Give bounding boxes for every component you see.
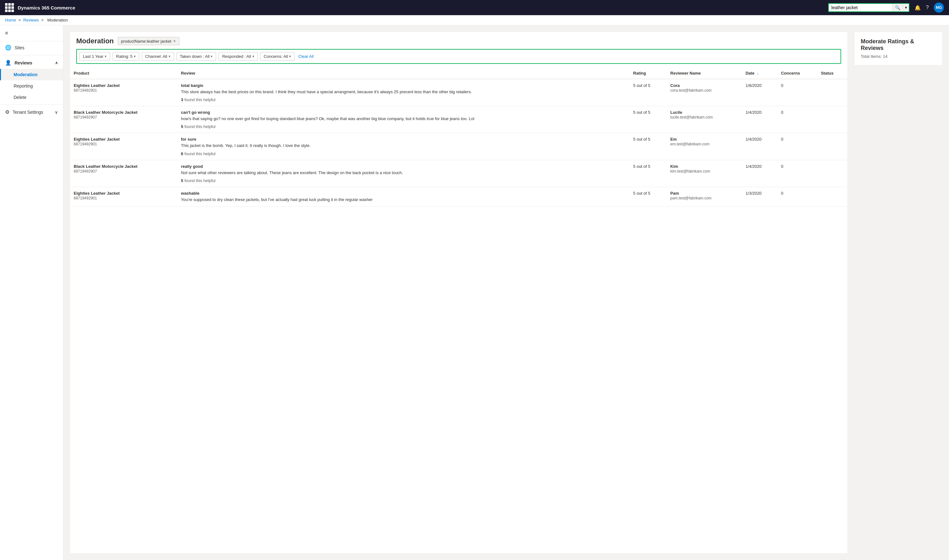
product-name-0: Eighties Leather Jacket — [74, 83, 173, 88]
sidebar-item-delete[interactable]: Delete — [0, 92, 63, 103]
active-filter-tag: productName:leather jacket × — [118, 37, 179, 45]
cell-date-2: 1/4/2020 — [742, 133, 777, 160]
filter-tag-text: productName:leather jacket — [121, 39, 171, 44]
breadcrumb: Home > Reviews > Moderation — [0, 15, 949, 25]
cell-product-4: Eighties Leather Jacket 68719492901 — [70, 187, 177, 206]
reviewer-name-2: Em — [670, 137, 738, 142]
cell-date-1: 1/4/2020 — [742, 106, 777, 133]
col-date[interactable]: Date ↓ — [742, 68, 777, 79]
concerns-filter-chevron: ▾ — [289, 54, 291, 58]
review-helpful-2: 6 found this helpful — [181, 151, 626, 156]
cell-concerns-2: 0 — [777, 133, 817, 160]
product-name-4: Eighties Leather Jacket — [74, 191, 173, 195]
reviewer-email-4: pam.test@fabrikam.com — [670, 196, 711, 200]
filter-tag-close[interactable]: × — [173, 38, 176, 44]
review-title-0: total bargin — [181, 83, 626, 88]
time-filter-chevron: ▾ — [105, 54, 106, 58]
table-header: Product Review Rating Reviewer Name Date… — [70, 68, 847, 79]
review-helpful-0: 3 found this helpful — [181, 97, 626, 102]
rating-filter[interactable]: Rating: 5 ▾ — [113, 52, 139, 61]
review-title-3: really good — [181, 164, 626, 169]
cell-review-0: total bargin This store always has the b… — [177, 79, 630, 106]
breadcrumb-home[interactable]: Home — [5, 18, 16, 22]
reviewer-email-0: cora.test@fabrikam.com — [670, 88, 711, 92]
right-panel-title: Moderate Ratings & Reviews — [861, 38, 936, 52]
cell-product-2: Eighties Leather Jacket 68719492901 — [70, 133, 177, 160]
cell-status-0 — [817, 79, 847, 106]
cell-review-2: for sure This jacket is the bomb. Yep, I… — [177, 133, 630, 160]
review-helpful-3: 5 found this helpful — [181, 178, 626, 183]
main-content: Moderation productName:leather jacket × … — [63, 25, 949, 560]
cell-reviewer-3: Kim kim.test@fabrikam.com — [667, 160, 742, 187]
table-row[interactable]: Black Leather Motorcycle Jacket 68719492… — [70, 160, 847, 187]
responded-filter-chevron: ▾ — [252, 54, 254, 58]
sidebar-item-tenant-settings[interactable]: ⚙ Tenant Settings ∨ — [0, 106, 63, 118]
global-search-box[interactable]: 🔍 ▾ — [828, 3, 909, 12]
cell-reviewer-4: Pam pam.test@fabrikam.com — [667, 187, 742, 206]
hamburger-icon: ≡ — [5, 30, 8, 36]
cell-reviewer-2: Em em.test@fabrikam.com — [667, 133, 742, 160]
col-product: Product — [70, 68, 177, 79]
table-row[interactable]: Eighties Leather Jacket 68719492901 for … — [70, 133, 847, 160]
moderation-header: Moderation productName:leather jacket × — [70, 32, 847, 45]
sidebar-item-sites[interactable]: 🌐 Sites — [0, 42, 63, 54]
sidebar-divider — [0, 55, 63, 55]
cell-rating-2: 5 out of 5 — [630, 133, 667, 160]
reviews-label: Reviews — [15, 60, 32, 65]
topbar-icons: 🔔 ? — [915, 5, 929, 11]
reviewer-email-1: lucile.test@fabrikam.com — [670, 115, 713, 120]
global-search-dropdown[interactable]: ▾ — [903, 4, 909, 11]
sidebar-item-reporting[interactable]: Reporting — [0, 80, 63, 92]
col-status: Status — [817, 68, 847, 79]
product-id-1: 68719492907 — [74, 115, 97, 120]
cell-rating-3: 5 out of 5 — [630, 160, 667, 187]
clear-all-button[interactable]: Clear All — [297, 52, 315, 60]
breadcrumb-current: Moderation — [48, 18, 68, 22]
cell-review-3: really good Not sure what other reviewer… — [177, 160, 630, 187]
cell-product-0: Eighties Leather Jacket 68719492901 — [70, 79, 177, 106]
reviews-table: Product Review Rating Reviewer Name Date… — [70, 68, 847, 207]
cell-concerns-0: 0 — [777, 79, 817, 106]
sidebar-item-moderation[interactable]: Moderation — [0, 69, 63, 80]
table-row[interactable]: Eighties Leather Jacket 68719492901 tota… — [70, 79, 847, 106]
cell-concerns-4: 0 — [777, 187, 817, 206]
taken-down-filter-label: Taken down : All — [180, 54, 210, 59]
content-panel: Moderation productName:leather jacket × … — [69, 32, 848, 554]
help-icon[interactable]: ? — [926, 5, 929, 11]
time-filter[interactable]: Last 1 Year ▾ — [79, 52, 110, 61]
reviews-icon: 👤 — [5, 60, 11, 66]
review-body-3: Not sure what other reviewers are talkin… — [181, 170, 403, 175]
cell-date-0: 1/8/2020 — [742, 79, 777, 106]
cell-reviewer-1: Lucile lucile.test@fabrikam.com — [667, 106, 742, 133]
sidebar-toggle[interactable]: ≡ — [0, 25, 63, 42]
channel-filter[interactable]: Channel: All ▾ — [142, 52, 174, 61]
tenant-settings-label: Tenant Settings — [13, 110, 43, 115]
product-name-1: Black Leather Motorcycle Jacket — [74, 110, 173, 115]
topbar: Dynamics 365 Commerce 🔍 ▾ 🔔 ? MG — [0, 0, 949, 15]
notification-icon[interactable]: 🔔 — [915, 5, 921, 11]
table-row[interactable]: Black Leather Motorcycle Jacket 68719492… — [70, 106, 847, 133]
taken-down-filter[interactable]: Taken down : All ▾ — [176, 52, 216, 61]
right-panel: Moderate Ratings & Reviews Total Items: … — [854, 32, 943, 65]
avatar[interactable]: MG — [934, 3, 944, 12]
breadcrumb-reviews[interactable]: Reviews — [23, 18, 39, 22]
table-row[interactable]: Eighties Leather Jacket 68719492901 wash… — [70, 187, 847, 206]
reviews-table-container: Product Review Rating Reviewer Name Date… — [70, 68, 847, 207]
reviewer-email-3: kim.test@fabrikam.com — [670, 169, 710, 174]
channel-filter-label: Channel: All — [145, 54, 167, 59]
cell-concerns-3: 0 — [777, 160, 817, 187]
cell-status-1 — [817, 106, 847, 133]
cell-rating-0: 5 out of 5 — [630, 79, 667, 106]
waffle-menu[interactable] — [5, 3, 14, 12]
global-search-input[interactable] — [829, 4, 892, 11]
sidebar-group-reviews[interactable]: 👤 Reviews ∧ — [0, 57, 63, 69]
cell-date-3: 1/4/2020 — [742, 160, 777, 187]
global-search-button[interactable]: 🔍 — [892, 4, 903, 11]
concerns-filter[interactable]: Concerns: All ▾ — [260, 52, 295, 61]
sites-icon: 🌐 — [5, 45, 11, 51]
responded-filter[interactable]: Responded : All ▾ — [219, 52, 258, 61]
review-title-2: for sure — [181, 137, 626, 142]
col-reviewer: Reviewer Name — [667, 68, 742, 79]
review-body-4: You're supposed to dry clean these jacke… — [181, 197, 373, 202]
review-body-2: This jacket is the bomb. Yep, I said it.… — [181, 143, 311, 148]
